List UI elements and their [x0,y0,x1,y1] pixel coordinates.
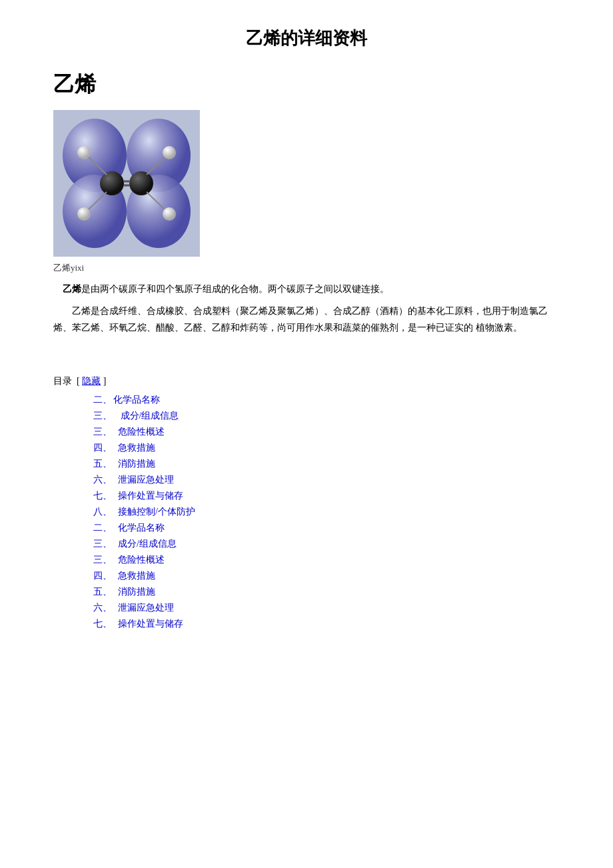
link-juyi[interactable]: 聚乙烯 [240,306,268,316]
image-caption: 乙烯yixi [53,262,560,274]
svg-point-14 [163,146,176,159]
toc-item: 三、 危险性概述 [93,554,560,566]
toc-link[interactable]: 五、 消防措施 [93,587,155,597]
svg-point-5 [100,171,124,195]
article-title: 乙烯 [53,70,560,99]
toc-link[interactable]: 八、 接触控制/个体防护 [93,507,195,517]
toc-link[interactable]: 三、 危险性概述 [93,555,165,565]
toc-link[interactable]: 七、 操作处置与储存 [93,619,183,629]
toc-link[interactable]: 四、 急救措施 [93,571,155,581]
toc-header: 目录 [ 隐藏 ] [53,375,560,387]
toc-item: 三、 成分/组成信息 [93,410,560,422]
toc-link[interactable]: 二、化学品名称 [93,395,160,405]
toc-item: 二、 化学品名称 [93,522,560,534]
toc-item: 五、 消防措施 [93,458,560,470]
page-title: 乙烯的详细资料 [53,27,560,50]
toc-link[interactable]: 五、 消防措施 [93,459,155,469]
toc-item: 二、化学品名称 [93,394,560,406]
toc-item: 八、 接触控制/个体防护 [93,506,560,518]
body-text-3: ）、合成 [314,306,352,316]
toc-item: 七、 操作处置与储存 [93,490,560,502]
svg-point-12 [77,207,91,221]
molecule-image [53,110,200,257]
spacer [53,342,560,369]
toc-item: 四、 急救措施 [93,570,560,582]
toc-item: 四、 急救措施 [93,442,560,454]
link-jujuyi[interactable]: 聚氯乙烯 [277,306,314,316]
link-zhiwu[interactable]: 植物 [476,323,494,333]
link-yichun[interactable]: 乙醇 [352,306,370,316]
molecule-image-container: 乙烯yixi [53,110,560,274]
toc-item: 六、 泄漏应急处理 [93,474,560,486]
body-text-5: 激素。 [494,323,522,333]
toc-list-2: 二、 化学品名称 三、 成分/组成信息 三、 危险性概述 四、 急救措施 五、 … [53,522,560,630]
toc-link[interactable]: 三、 成分/组成信息 [93,539,177,549]
toc-link[interactable]: 六、 泄漏应急处理 [93,603,174,613]
toc-label: 目录 [53,376,72,386]
toc-link[interactable]: 六、 泄漏应急处理 [93,475,174,485]
toc-link[interactable]: 二、 化学品名称 [93,523,165,533]
svg-point-6 [129,171,153,195]
body-text-1: 乙烯是合成纤维、合成橡胶、合成塑料（ [72,306,240,316]
toc-section: 目录 [ 隐藏 ] 二、化学品名称 三、 成分/组成信息 三、 危险性概述 四、… [53,375,560,630]
toc-item: 七、 操作处置与储存 [93,618,560,630]
intro-text-1: 是由两个碳原子和四个氢原子组成的化合物。两个碳原子之间以双键连接。 [81,284,389,294]
svg-point-10 [77,146,91,159]
toc-link[interactable]: 七、 操作处置与储存 [93,491,183,501]
svg-point-16 [163,207,176,221]
body-text-2: 及 [268,306,277,316]
intro-paragraph: 乙烯是由两个碳原子和四个氢原子组成的化合物。两个碳原子之间以双键连接。 [53,281,560,297]
toc-item: 六、 泄漏应急处理 [93,602,560,614]
toc-item: 三、 危险性概述 [93,426,560,438]
intro-bold: 乙烯 [63,284,81,294]
toc-link[interactable]: 四、 急救措施 [93,443,155,453]
toc-list-1: 二、化学品名称 三、 成分/组成信息 三、 危险性概述 四、 急救措施 五、 消… [53,394,560,518]
toc-link[interactable]: 三、 成分/组成信息 [93,411,179,421]
toc-item: 三、 成分/组成信息 [93,538,560,550]
toc-link[interactable]: 三、 危险性概述 [93,427,165,437]
toc-hide-link[interactable]: 隐藏 [82,376,101,386]
toc-item: 五、 消防措施 [93,586,560,598]
body-paragraph: 乙烯是合成纤维、合成橡胶、合成塑料（聚乙烯及聚氯乙烯）、合成乙醇（酒精）的基本化… [53,303,560,336]
